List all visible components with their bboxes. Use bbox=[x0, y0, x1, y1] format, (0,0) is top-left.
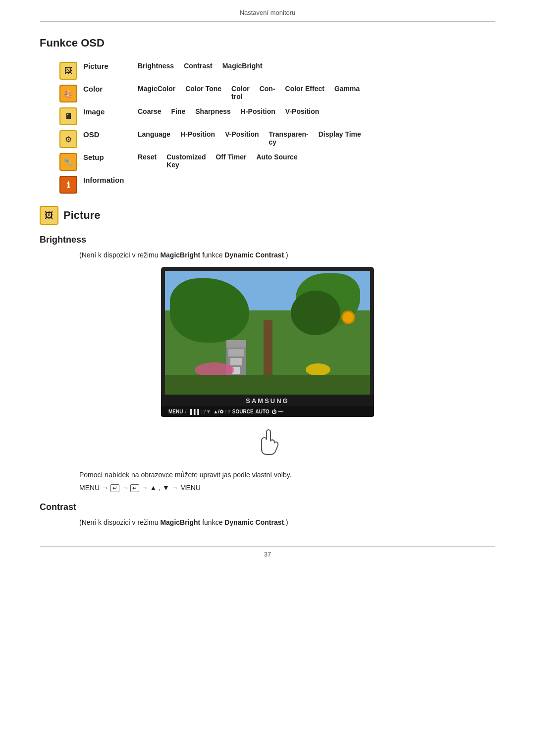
pagoda-roof-3 bbox=[230, 358, 242, 365]
image-label: Image bbox=[83, 107, 138, 116]
color-icon-cell: 🎨 bbox=[59, 85, 83, 102]
monitor-bezel bbox=[161, 267, 374, 395]
flowers-right bbox=[306, 363, 330, 376]
setup-icon-cell: 🔧 bbox=[59, 153, 83, 171]
page-header: Nastavení monitoru bbox=[40, 0, 495, 22]
monitor-controls: MENU / ▐▐▐ □/▼ ▲/✿ □/ SOURCE AUTO ⏻ — bbox=[161, 406, 374, 417]
sub-con: Con- bbox=[260, 85, 275, 101]
page-footer: 37 bbox=[40, 546, 495, 558]
color-label: Color bbox=[83, 85, 138, 93]
ctrl-auto: AUTO bbox=[256, 409, 269, 414]
sub-sharpness: Sharpness bbox=[195, 107, 231, 115]
ctrl-menu: MENU bbox=[168, 409, 183, 414]
color-icon: 🎨 bbox=[59, 85, 77, 102]
sub-gamma: Gamma bbox=[334, 85, 360, 101]
sub-display-time: Display Time bbox=[319, 130, 361, 146]
osd-grid: 🖼 Picture Brightness Contrast MagicBrigh… bbox=[59, 59, 495, 196]
osd-subs: Language H-Position V-Position Transpare… bbox=[138, 130, 361, 146]
sub-contrast: Contrast bbox=[184, 62, 213, 70]
brightness-title: Brightness bbox=[40, 235, 495, 245]
picture-section-header: 🖼 Picture bbox=[40, 206, 495, 225]
image-icon-cell: 🖥 bbox=[59, 107, 83, 125]
sub-customized-key: Customized Key bbox=[166, 153, 206, 169]
menu-row-image: 🖥 Image Coarse Fine Sharpness H-Position… bbox=[59, 105, 495, 128]
picture-section-icon: 🖼 bbox=[40, 206, 58, 225]
sub-language: Language bbox=[138, 130, 170, 146]
monitor-image-wrapper: SAMSUNG MENU / ▐▐▐ □/▼ ▲/✿ □/ SOURCE AUT… bbox=[40, 267, 495, 417]
ground bbox=[165, 375, 370, 395]
sub-color-effect: Color Effect bbox=[285, 85, 324, 101]
contrast-section: Contrast (Není k dispozici v režimu Magi… bbox=[40, 502, 495, 526]
info-icon: ℹ bbox=[59, 176, 77, 194]
setup-subs: Reset Customized Key Off Timer Auto Sour… bbox=[138, 153, 298, 169]
page-container: Nastavení monitoru Funkce OSD 🖼 Picture … bbox=[0, 0, 535, 558]
funkce-osd-section: Funkce OSD 🖼 Picture Brightness Contrast… bbox=[40, 37, 495, 196]
foliage-center bbox=[291, 291, 340, 335]
osd-label: OSD bbox=[83, 130, 138, 139]
setup-label: Setup bbox=[83, 153, 138, 161]
setup-icon: 🔧 bbox=[59, 153, 77, 171]
picture-icon-cell: 🖼 bbox=[59, 62, 83, 80]
sub-reset: Reset bbox=[138, 153, 157, 169]
funkce-osd-title: Funkce OSD bbox=[40, 37, 495, 50]
sub-auto-source: Auto Source bbox=[256, 153, 297, 169]
sub-h-position: H-Position bbox=[241, 107, 275, 115]
picture-subs: Brightness Contrast MagicBright bbox=[138, 62, 263, 70]
samsung-brand: SAMSUNG bbox=[161, 395, 374, 406]
box-icon-1: ↵ bbox=[110, 484, 119, 492]
hand-pointer bbox=[40, 427, 495, 461]
sub-magicbright: MagicBright bbox=[222, 62, 263, 70]
monitor-screen bbox=[165, 271, 370, 395]
sub-brightness: Brightness bbox=[138, 62, 174, 70]
monitor-frame: SAMSUNG MENU / ▐▐▐ □/▼ ▲/✿ □/ SOURCE AUT… bbox=[161, 267, 374, 417]
menu-row-picture: 🖼 Picture Brightness Contrast MagicBrigh… bbox=[59, 59, 495, 82]
sub-color-tone: Color Tone bbox=[185, 85, 221, 101]
hand-svg bbox=[253, 427, 282, 456]
color-subs: MagicColor Color Tone Color trol Con- Co… bbox=[138, 85, 360, 101]
sub-transparency: Transparen- cy bbox=[269, 130, 309, 146]
info-label: Information bbox=[83, 176, 138, 184]
contrast-note: (Není k dispozici v režimu MagicBright f… bbox=[79, 518, 495, 526]
picture-icon: 🖼 bbox=[59, 62, 77, 80]
sub-coarse: Coarse bbox=[138, 107, 161, 115]
sub-fine: Fine bbox=[171, 107, 185, 115]
sub-osd-v-pos: V-Position bbox=[225, 130, 259, 146]
box-icon-2: ↵ bbox=[130, 484, 139, 492]
tree-trunk bbox=[264, 320, 272, 380]
ctrl-source: SOURCE bbox=[232, 409, 254, 414]
image-subs: Coarse Fine Sharpness H-Position V-Posit… bbox=[138, 107, 319, 115]
menu-row-information: ℹ Information bbox=[59, 173, 495, 196]
sub-magiccolor: MagicColor bbox=[138, 85, 175, 101]
osd-icon-cell: ⚙ bbox=[59, 130, 83, 148]
info-icon-cell: ℹ bbox=[59, 176, 83, 194]
header-text: Nastavení monitoru bbox=[240, 9, 296, 16]
brightness-body: Pomocí nabídek na obrazovce můžete uprav… bbox=[79, 471, 495, 479]
menu-row-osd: ⚙ OSD Language H-Position V-Position Tra… bbox=[59, 128, 495, 151]
pagoda-roof-2 bbox=[228, 349, 244, 356]
osd-menu-icon: ⚙ bbox=[59, 130, 77, 148]
menu-row-color: 🎨 Color MagicColor Color Tone Color trol… bbox=[59, 82, 495, 105]
picture-label: Picture bbox=[83, 62, 138, 70]
orange-circle bbox=[341, 310, 355, 324]
pagoda-roof-1 bbox=[226, 340, 246, 348]
menu-row-setup: 🔧 Setup Reset Customized Key Off Timer A… bbox=[59, 151, 495, 173]
image-icon: 🖥 bbox=[59, 107, 77, 125]
brightness-menu-path: MENU → ↵ → ↵ → ▲ , ▼ → MENU bbox=[79, 484, 495, 492]
sub-osd-h-pos: H-Position bbox=[180, 130, 215, 146]
picture-section-title: Picture bbox=[63, 209, 101, 222]
page-number: 37 bbox=[264, 551, 271, 558]
brightness-note: (Není k dispozici v režimu MagicBright f… bbox=[79, 251, 495, 259]
sub-color-trol: Color trol bbox=[231, 85, 250, 101]
contrast-title: Contrast bbox=[40, 502, 495, 512]
sub-v-position: V-Position bbox=[285, 107, 319, 115]
brightness-section: Brightness (Není k dispozici v režimu Ma… bbox=[40, 235, 495, 492]
sub-off-timer: Off Timer bbox=[215, 153, 246, 169]
